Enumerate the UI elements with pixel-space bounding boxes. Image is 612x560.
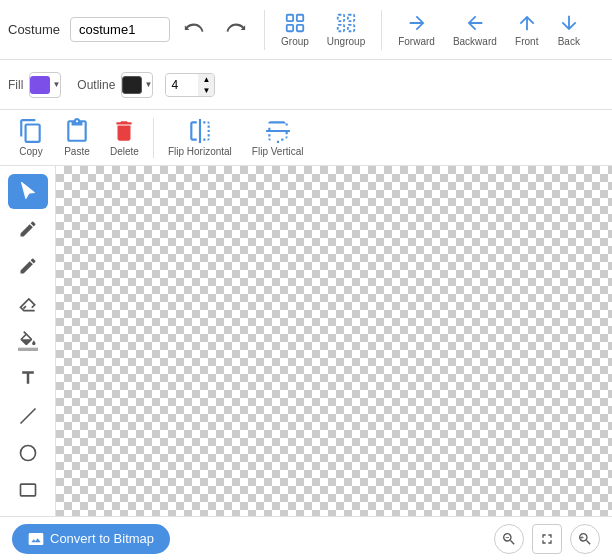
outline-size-input-wrapper: ▲ ▼	[165, 73, 215, 97]
rect-tool-button[interactable]	[8, 473, 48, 508]
pencil-icon	[18, 256, 38, 276]
outline-color-swatch[interactable]: ▼	[121, 72, 153, 98]
paste-icon	[64, 118, 90, 144]
fill-dropdown-arrow: ▼	[52, 80, 60, 89]
flip-horizontal-icon	[187, 118, 213, 144]
flip-vertical-icon	[265, 118, 291, 144]
delete-label: Delete	[110, 146, 139, 157]
delete-icon-wrapper	[111, 118, 137, 144]
costume-name-input[interactable]	[70, 17, 170, 42]
eraser-tool-button[interactable]	[8, 286, 48, 321]
forward-icon	[406, 12, 428, 34]
copy-icon	[18, 118, 44, 144]
copy-icon-wrapper	[18, 118, 44, 144]
flip-horizontal-label: Flip Horizontal	[168, 146, 232, 157]
undo-button[interactable]	[176, 14, 212, 46]
convert-label: Convert to Bitmap	[50, 531, 154, 546]
left-toolbar	[0, 166, 56, 516]
fill-color-inner	[30, 76, 50, 94]
svg-rect-7	[348, 25, 354, 31]
zoom-reset-icon	[539, 531, 555, 547]
circle-tool-button[interactable]	[8, 435, 48, 470]
svg-line-8	[20, 408, 35, 423]
select-icon	[18, 182, 38, 202]
fill-tool-button[interactable]	[8, 323, 48, 358]
outline-dropdown-arrow: ▼	[144, 80, 152, 89]
redo-button[interactable]	[218, 14, 254, 46]
flip-horizontal-button[interactable]: Flip Horizontal	[158, 114, 242, 161]
zoom-reset-button[interactable]	[532, 524, 562, 554]
fill-section: Fill ▼	[8, 72, 61, 98]
main-area	[0, 166, 612, 516]
separator-3	[153, 118, 154, 158]
svg-rect-2	[287, 25, 293, 31]
zoom-out-icon	[501, 531, 517, 547]
circle-icon	[18, 443, 38, 463]
svg-rect-4	[338, 15, 344, 21]
zoom-out-button[interactable]	[494, 524, 524, 554]
outline-size-input[interactable]	[166, 75, 198, 95]
svg-point-9	[20, 445, 35, 460]
reshape-tool-button[interactable]	[8, 211, 48, 246]
back-icon	[558, 12, 580, 34]
zoom-controls	[494, 524, 600, 554]
svg-rect-6	[338, 25, 344, 31]
back-button[interactable]: Back	[551, 8, 587, 51]
copy-button[interactable]: Copy	[8, 114, 54, 161]
paste-button[interactable]: Paste	[54, 114, 100, 161]
front-button[interactable]: Front	[509, 8, 545, 51]
convert-to-bitmap-button[interactable]: Convert to Bitmap	[12, 524, 170, 554]
top-bar: Costume Group Ungroup	[0, 0, 612, 60]
outline-label: Outline	[77, 78, 115, 92]
forward-label: Forward	[398, 36, 435, 47]
select-tool-button[interactable]	[8, 174, 48, 209]
reshape-icon	[18, 219, 38, 239]
flip-vertical-label: Flip Vertical	[252, 146, 304, 157]
delete-button[interactable]: Delete	[100, 114, 149, 161]
text-icon	[18, 368, 38, 388]
ungroup-label: Ungroup	[327, 36, 365, 47]
svg-rect-10	[20, 484, 35, 496]
group-icon	[284, 12, 306, 34]
copy-label: Copy	[19, 146, 42, 157]
outline-section: Outline ▼	[77, 72, 153, 98]
svg-rect-0	[287, 15, 293, 21]
bottom-bar: Convert to Bitmap	[0, 516, 612, 560]
front-icon	[516, 12, 538, 34]
spin-up-button[interactable]: ▲	[198, 74, 214, 85]
redo-icon	[225, 18, 247, 40]
zoom-in-button[interactable]	[570, 524, 600, 554]
flip-vertical-button[interactable]: Flip Vertical	[242, 114, 314, 161]
svg-rect-5	[348, 15, 354, 21]
pencil-tool-button[interactable]	[8, 249, 48, 284]
spin-buttons: ▲ ▼	[198, 74, 214, 96]
fill-bucket-icon	[18, 331, 38, 351]
backward-icon	[464, 12, 486, 34]
fill-label: Fill	[8, 78, 23, 92]
ungroup-button[interactable]: Ungroup	[321, 8, 371, 51]
group-button[interactable]: Group	[275, 8, 315, 51]
separator-1	[264, 10, 265, 50]
delete-icon	[111, 118, 137, 144]
zoom-in-icon	[577, 531, 593, 547]
flip-horizontal-icon-wrapper	[187, 118, 213, 144]
ungroup-icon	[335, 12, 357, 34]
rect-icon	[18, 480, 38, 500]
backward-label: Backward	[453, 36, 497, 47]
undo-icon	[183, 18, 205, 40]
paste-label: Paste	[64, 146, 90, 157]
canvas-area[interactable]	[56, 166, 612, 516]
second-bar: Fill ▼ Outline ▼ ▲ ▼	[0, 60, 612, 110]
svg-rect-3	[297, 25, 303, 31]
svg-rect-1	[297, 15, 303, 21]
spin-down-button[interactable]: ▼	[198, 85, 214, 96]
line-tool-button[interactable]	[8, 398, 48, 433]
line-icon	[18, 406, 38, 426]
forward-button[interactable]: Forward	[392, 8, 441, 51]
fill-color-swatch[interactable]: ▼	[29, 72, 61, 98]
backward-button[interactable]: Backward	[447, 8, 503, 51]
paste-icon-wrapper	[64, 118, 90, 144]
flip-vertical-icon-wrapper	[265, 118, 291, 144]
text-tool-button[interactable]	[8, 361, 48, 396]
front-label: Front	[515, 36, 538, 47]
